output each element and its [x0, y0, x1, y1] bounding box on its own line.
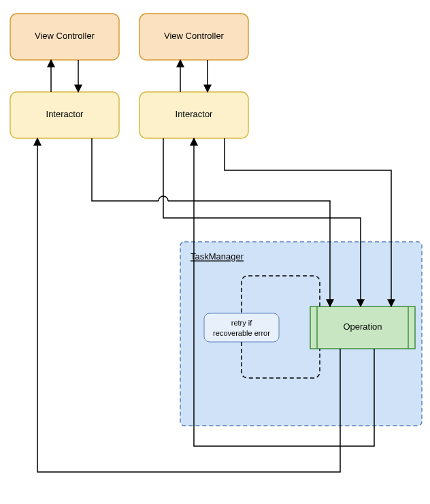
- view-controller-1-label: View Controller: [35, 31, 95, 41]
- retry-box: retry if recoverable error: [204, 313, 279, 342]
- view-controller-2-label: View Controller: [164, 31, 225, 41]
- interactor-1: Interactor: [10, 92, 119, 138]
- operation-box: Operation: [310, 306, 415, 349]
- interactor-2: Interactor: [139, 92, 248, 138]
- retry-label-2: recoverable error: [213, 329, 270, 337]
- operation-label: Operation: [343, 321, 382, 332]
- view-controller-2: View Controller: [139, 14, 248, 60]
- retry-label-1: retry if: [231, 319, 253, 327]
- view-controller-1: View Controller: [10, 14, 119, 60]
- taskmanager-title: TaskManager: [191, 251, 244, 262]
- svg-rect-8: [204, 313, 279, 342]
- diagram-canvas: TaskManager View Controller View Control…: [0, 0, 430, 504]
- interactor-2-label: Interactor: [176, 109, 214, 119]
- interactor-1-label: Interactor: [46, 109, 84, 119]
